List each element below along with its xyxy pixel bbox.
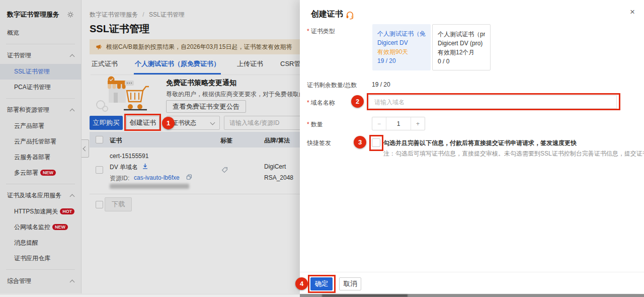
- headset-support-icon[interactable]: [345, 10, 355, 20]
- field-label-quantity: *数量: [307, 120, 323, 129]
- field-label-remaining: 证书剩余数量/总数: [307, 81, 357, 90]
- create-certificate-drawer: 创建证书 × *证书类型 个人测试证书（免费版） Digicert DV 有效期…: [300, 0, 644, 293]
- remaining-value: 19 / 20: [372, 81, 390, 88]
- quick-issue-text: 勾选并且完善以下信息，付款后将直接提交证书申请请求，签发速度更快: [383, 139, 577, 147]
- annotation-box-quick-issue-checkbox: [369, 135, 383, 151]
- plus-button[interactable]: +: [411, 117, 425, 130]
- drawer-backdrop[interactable]: [0, 0, 300, 297]
- annotation-box-domain-input: [367, 93, 620, 110]
- close-icon[interactable]: ×: [630, 7, 635, 17]
- card-name: 个人测试证书（免费版）: [377, 29, 426, 38]
- drawer-title: 创建证书: [311, 9, 343, 20]
- quantity-value: 1: [386, 117, 411, 130]
- bottom-bar-left: [0, 294, 300, 297]
- card-brand: Digicert DV (pro): [438, 39, 485, 48]
- card-quota: 19 / 20: [377, 56, 426, 65]
- field-label-cert-type: *证书类型: [307, 27, 335, 36]
- annotation-step-2: 2: [351, 95, 364, 108]
- cert-type-card-free[interactable]: 个人测试证书（免费版） Digicert DV 有效期90天 19 / 20: [372, 24, 431, 70]
- annotation-step-4: 4: [295, 277, 308, 290]
- annotation-box-create-button: [124, 114, 161, 131]
- annotation-step-3: 3: [354, 136, 366, 148]
- card-validity: 有效期90天: [377, 47, 426, 56]
- field-label-quick-issue: 快捷签发: [307, 139, 331, 147]
- card-name: 个人测试证书（pro）: [438, 30, 485, 39]
- card-quota: 0 / 0: [438, 57, 485, 66]
- annotation-step-1: 1: [162, 117, 175, 129]
- bottom-edge-bar: [0, 293, 644, 297]
- cancel-button[interactable]: 取消: [339, 277, 361, 290]
- card-validity: 有效期12个月: [438, 48, 485, 57]
- divider: [300, 272, 644, 272]
- field-label-domain: *域名名称: [307, 99, 335, 107]
- minus-button[interactable]: −: [372, 117, 386, 130]
- cert-type-card-pro[interactable]: 个人测试证书（pro） Digicert DV (pro) 有效期12个月 0 …: [432, 24, 491, 70]
- quantity-stepper: − 1 +: [372, 117, 425, 130]
- screen: 数字证书管理服务 概览 证书管理 SSL证书管理 PCA证书管理 部署和资源管理…: [0, 0, 644, 297]
- card-brand: Digicert DV: [377, 38, 426, 47]
- annotation-box-confirm-button: [308, 275, 336, 293]
- quick-issue-note: 注：勾选后可填写证书信息，直接提交审核。未勾选需要到SSL证书控制台完善证书信息…: [383, 150, 644, 158]
- redacted-text: [322, 294, 408, 297]
